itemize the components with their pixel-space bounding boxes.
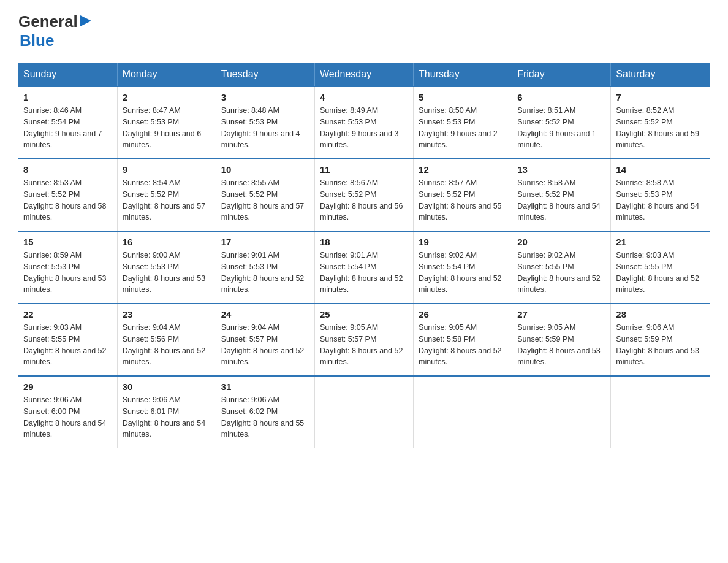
day-info: Sunrise: 9:01 AMSunset: 5:54 PMDaylight:… xyxy=(320,250,408,296)
day-info: Sunrise: 9:05 AMSunset: 5:59 PMDaylight:… xyxy=(517,322,605,368)
day-number: 16 xyxy=(123,237,211,247)
day-number: 12 xyxy=(419,164,507,175)
day-info: Sunrise: 9:06 AMSunset: 6:02 PMDaylight:… xyxy=(221,394,309,440)
header-saturday: Saturday xyxy=(611,63,710,86)
calendar-cell: 17 Sunrise: 9:01 AMSunset: 5:53 PMDaylig… xyxy=(216,231,314,304)
calendar-cell: 31 Sunrise: 9:06 AMSunset: 6:02 PMDaylig… xyxy=(216,376,314,448)
day-info: Sunrise: 8:50 AMSunset: 5:53 PMDaylight:… xyxy=(419,105,507,151)
calendar-cell: 2 Sunrise: 8:47 AMSunset: 5:53 PMDayligh… xyxy=(117,86,216,159)
calendar-cell: 26 Sunrise: 9:05 AMSunset: 5:58 PMDaylig… xyxy=(414,304,512,376)
calendar-cell: 23 Sunrise: 9:04 AMSunset: 5:56 PMDaylig… xyxy=(117,304,216,376)
calendar-week-row: 15 Sunrise: 8:59 AMSunset: 5:53 PMDaylig… xyxy=(18,231,710,304)
day-info: Sunrise: 8:57 AMSunset: 5:52 PMDaylight:… xyxy=(419,177,507,223)
calendar-cell: 22 Sunrise: 9:03 AMSunset: 5:55 PMDaylig… xyxy=(18,304,117,376)
day-number: 10 xyxy=(221,164,309,175)
day-number: 14 xyxy=(616,164,705,175)
day-number: 11 xyxy=(320,164,408,175)
day-info: Sunrise: 8:53 AMSunset: 5:52 PMDaylight:… xyxy=(23,177,112,223)
day-info: Sunrise: 8:58 AMSunset: 5:53 PMDaylight:… xyxy=(616,177,705,223)
logo-blue-text: Blue xyxy=(20,31,54,50)
day-info: Sunrise: 9:03 AMSunset: 5:55 PMDaylight:… xyxy=(23,322,112,368)
calendar-cell: 19 Sunrise: 9:02 AMSunset: 5:54 PMDaylig… xyxy=(414,231,512,304)
calendar-cell: 20 Sunrise: 9:02 AMSunset: 5:55 PMDaylig… xyxy=(512,231,611,304)
day-number: 24 xyxy=(221,309,309,320)
header-wednesday: Wednesday xyxy=(314,63,413,86)
page-header: General Blue xyxy=(18,12,710,50)
day-info: Sunrise: 8:54 AMSunset: 5:52 PMDaylight:… xyxy=(123,177,211,223)
day-info: Sunrise: 9:06 AMSunset: 6:01 PMDaylight:… xyxy=(123,394,211,440)
header-sunday: Sunday xyxy=(18,63,117,86)
calendar-cell: 8 Sunrise: 8:53 AMSunset: 5:52 PMDayligh… xyxy=(18,159,117,231)
calendar-week-row: 29 Sunrise: 9:06 AMSunset: 6:00 PMDaylig… xyxy=(18,376,710,448)
header-monday: Monday xyxy=(117,63,216,86)
day-number: 4 xyxy=(320,92,408,102)
day-number: 13 xyxy=(517,164,605,175)
calendar-cell xyxy=(611,376,710,448)
calendar-cell: 1 Sunrise: 8:46 AMSunset: 5:54 PMDayligh… xyxy=(18,86,117,159)
calendar-cell: 27 Sunrise: 9:05 AMSunset: 5:59 PMDaylig… xyxy=(512,304,611,376)
svg-marker-0 xyxy=(80,15,91,26)
day-number: 26 xyxy=(419,309,507,320)
day-number: 30 xyxy=(123,381,211,392)
day-number: 3 xyxy=(221,92,309,102)
calendar-cell: 14 Sunrise: 8:58 AMSunset: 5:53 PMDaylig… xyxy=(611,159,710,231)
day-number: 9 xyxy=(123,164,211,175)
day-number: 17 xyxy=(221,237,309,247)
calendar-cell: 11 Sunrise: 8:56 AMSunset: 5:52 PMDaylig… xyxy=(314,159,413,231)
calendar-cell xyxy=(512,376,611,448)
day-info: Sunrise: 8:55 AMSunset: 5:52 PMDaylight:… xyxy=(221,177,309,223)
calendar-cell: 18 Sunrise: 9:01 AMSunset: 5:54 PMDaylig… xyxy=(314,231,413,304)
calendar-cell: 4 Sunrise: 8:49 AMSunset: 5:53 PMDayligh… xyxy=(314,86,413,159)
day-info: Sunrise: 8:58 AMSunset: 5:52 PMDaylight:… xyxy=(517,177,605,223)
day-number: 19 xyxy=(419,237,507,247)
calendar-cell: 3 Sunrise: 8:48 AMSunset: 5:53 PMDayligh… xyxy=(216,86,314,159)
day-info: Sunrise: 9:04 AMSunset: 5:56 PMDaylight:… xyxy=(123,322,211,368)
day-info: Sunrise: 9:05 AMSunset: 5:58 PMDaylight:… xyxy=(419,322,507,368)
calendar-cell: 29 Sunrise: 9:06 AMSunset: 6:00 PMDaylig… xyxy=(18,376,117,448)
day-number: 27 xyxy=(517,309,605,320)
logo-general-text: General xyxy=(18,12,78,31)
calendar-cell: 10 Sunrise: 8:55 AMSunset: 5:52 PMDaylig… xyxy=(216,159,314,231)
day-info: Sunrise: 9:02 AMSunset: 5:55 PMDaylight:… xyxy=(517,250,605,296)
day-info: Sunrise: 8:51 AMSunset: 5:52 PMDaylight:… xyxy=(517,105,605,151)
day-info: Sunrise: 8:46 AMSunset: 5:54 PMDaylight:… xyxy=(23,105,112,151)
day-info: Sunrise: 9:04 AMSunset: 5:57 PMDaylight:… xyxy=(221,322,309,368)
day-number: 28 xyxy=(616,309,705,320)
day-info: Sunrise: 8:48 AMSunset: 5:53 PMDaylight:… xyxy=(221,105,309,151)
calendar-cell: 13 Sunrise: 8:58 AMSunset: 5:52 PMDaylig… xyxy=(512,159,611,231)
calendar-cell: 7 Sunrise: 8:52 AMSunset: 5:52 PMDayligh… xyxy=(611,86,710,159)
day-number: 20 xyxy=(517,237,605,247)
day-info: Sunrise: 9:00 AMSunset: 5:53 PMDaylight:… xyxy=(123,250,211,296)
day-number: 1 xyxy=(23,92,112,102)
day-number: 29 xyxy=(23,381,112,392)
calendar-cell: 12 Sunrise: 8:57 AMSunset: 5:52 PMDaylig… xyxy=(414,159,512,231)
calendar-cell: 25 Sunrise: 9:05 AMSunset: 5:57 PMDaylig… xyxy=(314,304,413,376)
day-info: Sunrise: 9:03 AMSunset: 5:55 PMDaylight:… xyxy=(616,250,705,296)
day-number: 22 xyxy=(23,309,112,320)
day-info: Sunrise: 8:47 AMSunset: 5:53 PMDaylight:… xyxy=(123,105,211,151)
day-number: 5 xyxy=(419,92,507,102)
calendar-week-row: 22 Sunrise: 9:03 AMSunset: 5:55 PMDaylig… xyxy=(18,304,710,376)
day-info: Sunrise: 8:52 AMSunset: 5:52 PMDaylight:… xyxy=(616,105,705,151)
day-number: 2 xyxy=(123,92,211,102)
day-info: Sunrise: 8:56 AMSunset: 5:52 PMDaylight:… xyxy=(320,177,408,223)
calendar-cell: 6 Sunrise: 8:51 AMSunset: 5:52 PMDayligh… xyxy=(512,86,611,159)
day-info: Sunrise: 8:59 AMSunset: 5:53 PMDaylight:… xyxy=(23,250,112,296)
calendar-cell: 5 Sunrise: 8:50 AMSunset: 5:53 PMDayligh… xyxy=(414,86,512,159)
day-number: 25 xyxy=(320,309,408,320)
day-number: 7 xyxy=(616,92,705,102)
day-info: Sunrise: 9:01 AMSunset: 5:53 PMDaylight:… xyxy=(221,250,309,296)
calendar-cell: 28 Sunrise: 9:06 AMSunset: 5:59 PMDaylig… xyxy=(611,304,710,376)
day-info: Sunrise: 9:02 AMSunset: 5:54 PMDaylight:… xyxy=(419,250,507,296)
day-number: 15 xyxy=(23,237,112,247)
calendar-cell: 16 Sunrise: 9:00 AMSunset: 5:53 PMDaylig… xyxy=(117,231,216,304)
calendar-cell: 9 Sunrise: 8:54 AMSunset: 5:52 PMDayligh… xyxy=(117,159,216,231)
calendar-cell: 24 Sunrise: 9:04 AMSunset: 5:57 PMDaylig… xyxy=(216,304,314,376)
header-tuesday: Tuesday xyxy=(216,63,314,86)
calendar-table: SundayMondayTuesdayWednesdayThursdayFrid… xyxy=(18,63,710,448)
calendar-cell xyxy=(414,376,512,448)
day-number: 18 xyxy=(320,237,408,247)
day-number: 21 xyxy=(616,237,705,247)
header-thursday: Thursday xyxy=(414,63,512,86)
calendar-cell: 21 Sunrise: 9:03 AMSunset: 5:55 PMDaylig… xyxy=(611,231,710,304)
